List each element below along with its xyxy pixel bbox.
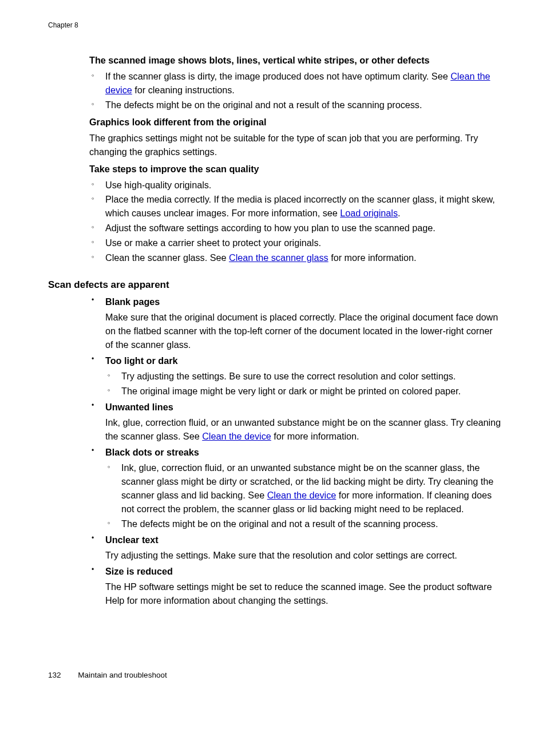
link-clean-scanner-glass[interactable]: Clean the scanner glass	[229, 252, 329, 263]
heading-scan-defects: Scan defects are apparent	[48, 278, 501, 292]
paragraph: The HP software settings might be set to…	[105, 580, 501, 608]
section-title-improve: Take steps to improve the scan quality	[89, 163, 501, 176]
paragraph: Ink, glue, correction fluid, or an unwan…	[105, 416, 501, 444]
list-item-unclear: Unclear text Try adjusting the settings.…	[89, 533, 501, 563]
list-item-unwanted: Unwanted lines Ink, glue, correction flu…	[89, 401, 501, 444]
list-item: Use high-quality originals.	[89, 179, 501, 192]
text: for more information.	[329, 252, 417, 263]
text: If the scanner glass is dirty, the image…	[105, 71, 450, 81]
list-item-light: Too light or dark Try adjusting the sett…	[89, 354, 501, 398]
list-item-blank: Blank pages Make sure that the original …	[89, 295, 501, 352]
list-item: Try adjusting the settings. Be sure to u…	[105, 370, 501, 383]
section-title-graphics: Graphics look different from the origina…	[89, 116, 501, 129]
chapter-header: Chapter 8	[48, 21, 501, 31]
subtitle: Size is reduced	[105, 566, 173, 576]
list-item: Clean the scanner glass. See Clean the s…	[89, 251, 501, 265]
subtitle: Black dots or streaks	[105, 447, 199, 457]
subtitle: Blank pages	[105, 296, 160, 307]
list-item: Adjust the software settings according t…	[89, 221, 501, 235]
subtitle: Unwanted lines	[105, 402, 173, 412]
list-defects-image: If the scanner glass is dirty, the image…	[89, 70, 501, 112]
paragraph: The graphics settings might not be suita…	[89, 132, 501, 159]
page-number: 132	[48, 670, 61, 681]
list-item: If the scanner glass is dirty, the image…	[89, 70, 501, 97]
main-content: The scanned image shows blots, lines, ve…	[89, 54, 501, 608]
text: for cleaning instructions.	[132, 85, 235, 95]
list-item: Use or make a carrier sheet to protect y…	[89, 236, 501, 250]
text: for more information.	[271, 431, 359, 441]
list-improve: Use high-quality originals. Place the me…	[89, 179, 501, 266]
link-clean-device[interactable]: Clean the device	[267, 490, 337, 500]
link-load-originals[interactable]: Load originals	[340, 208, 398, 218]
text: Place the media correctly. If the media …	[105, 194, 495, 218]
paragraph: Make sure that the original document is …	[105, 311, 501, 352]
sublist: Try adjusting the settings. Be sure to u…	[105, 370, 501, 398]
list-scan-defects: Blank pages Make sure that the original …	[89, 295, 501, 607]
subtitle: Too light or dark	[105, 355, 178, 366]
list-item-size: Size is reduced The HP software settings…	[89, 565, 501, 608]
list-item-black: Black dots or streaks Ink, glue, correct…	[89, 446, 501, 531]
section-title-defects-image: The scanned image shows blots, lines, ve…	[89, 54, 501, 68]
page-footer: 132 Maintain and troubleshoot	[48, 670, 501, 681]
list-item: The defects might be on the original and…	[89, 98, 501, 112]
footer-title: Maintain and troubleshoot	[78, 671, 167, 679]
paragraph: Try adjusting the settings. Make sure th…	[105, 549, 501, 563]
sublist: Ink, glue, correction fluid, or an unwan…	[105, 461, 501, 531]
text: Clean the scanner glass. See	[105, 252, 229, 263]
link-clean-device[interactable]: Clean the device	[202, 431, 271, 441]
list-item: The defects might be on the original and…	[105, 517, 501, 531]
subtitle: Unclear text	[105, 535, 159, 545]
list-item: The original image might be very light o…	[105, 385, 501, 398]
list-item: Place the media correctly. If the media …	[89, 193, 501, 220]
list-item: Ink, glue, correction fluid, or an unwan…	[105, 461, 501, 516]
text: .	[398, 208, 401, 218]
